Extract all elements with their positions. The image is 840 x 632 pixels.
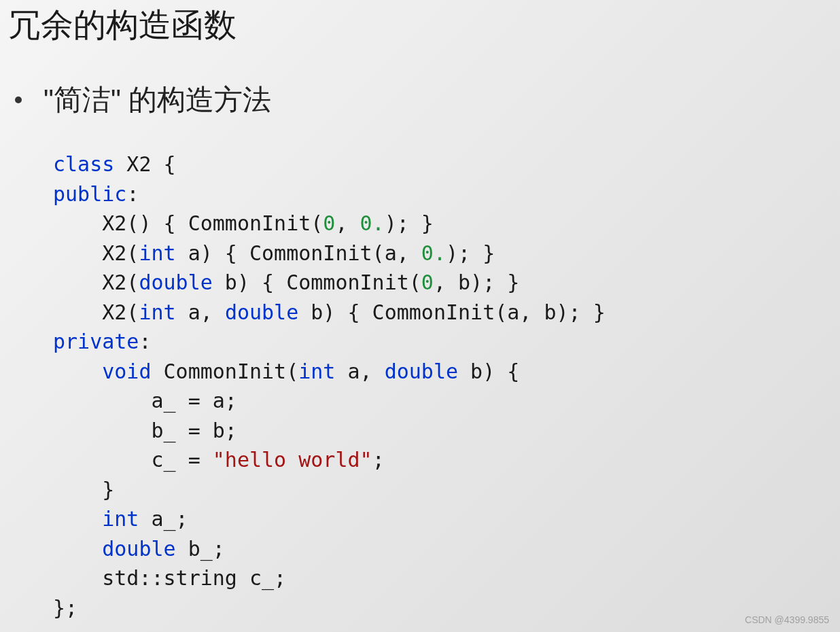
code-block: class X2 { public: X2() { CommonInit(0, … — [0, 119, 840, 622]
code-text: std::string c_; — [53, 566, 286, 590]
code-text: b) { CommonInit(a, b); } — [298, 300, 606, 324]
bullet-icon — [15, 96, 22, 103]
code-text: X2 { — [114, 152, 175, 176]
code-text: b) { CommonInit( — [213, 270, 421, 294]
code-text: b_ = b; — [53, 419, 237, 442]
code-text: b) { — [458, 359, 519, 383]
code-text: : — [139, 330, 151, 353]
code-text: a_; — [139, 507, 188, 531]
code-text: a, — [335, 359, 384, 383]
slide-title: 冗余的构造函数 — [0, 0, 840, 47]
code-text: ); } — [385, 211, 434, 235]
code-text: ; — [372, 448, 385, 472]
keyword-private: private — [53, 330, 139, 353]
bullet-text: "简洁" 的构造方法 — [43, 81, 272, 119]
code-text: b_; — [176, 537, 225, 561]
keyword-int: int — [102, 507, 139, 531]
code-text: X2( — [53, 241, 139, 265]
bullet-item: "简洁" 的构造方法 — [0, 81, 840, 119]
keyword-double: double — [102, 537, 175, 561]
number-literal: 0. — [360, 211, 385, 235]
code-text: : — [126, 182, 139, 206]
keyword-double: double — [385, 359, 458, 383]
code-text — [53, 537, 102, 561]
keyword-double: double — [139, 270, 212, 294]
keyword-public: public — [53, 182, 126, 206]
code-text: c_ = — [53, 448, 213, 472]
keyword-int: int — [139, 300, 175, 324]
code-text: X2( — [53, 270, 139, 294]
keyword-int: int — [139, 241, 175, 265]
number-literal: 0. — [421, 241, 446, 265]
code-text: , b); } — [434, 270, 519, 294]
number-literal: 0 — [421, 270, 434, 294]
code-text: a, — [176, 300, 225, 324]
slide: 冗余的构造函数 "简洁" 的构造方法 class X2 { public: X2… — [0, 0, 840, 632]
code-text: ); } — [446, 241, 495, 265]
keyword-double: double — [225, 300, 298, 324]
code-text: X2( — [53, 300, 139, 324]
string-literal: "hello world" — [213, 448, 372, 472]
code-text: a) { CommonInit(a, — [176, 241, 421, 265]
code-text — [53, 359, 102, 383]
keyword-void: void — [102, 359, 151, 383]
number-literal: 0 — [323, 211, 335, 235]
keyword-class: class — [53, 152, 114, 176]
code-text: CommonInit( — [152, 359, 299, 383]
code-text: } — [53, 478, 114, 502]
code-text: a_ = a; — [53, 389, 237, 412]
code-text: }; — [53, 596, 77, 620]
code-text — [53, 507, 102, 531]
code-text: X2() { CommonInit( — [53, 211, 323, 235]
keyword-int: int — [298, 359, 335, 383]
code-text: , — [335, 211, 360, 235]
watermark: CSDN @4399.9855 — [745, 614, 829, 625]
